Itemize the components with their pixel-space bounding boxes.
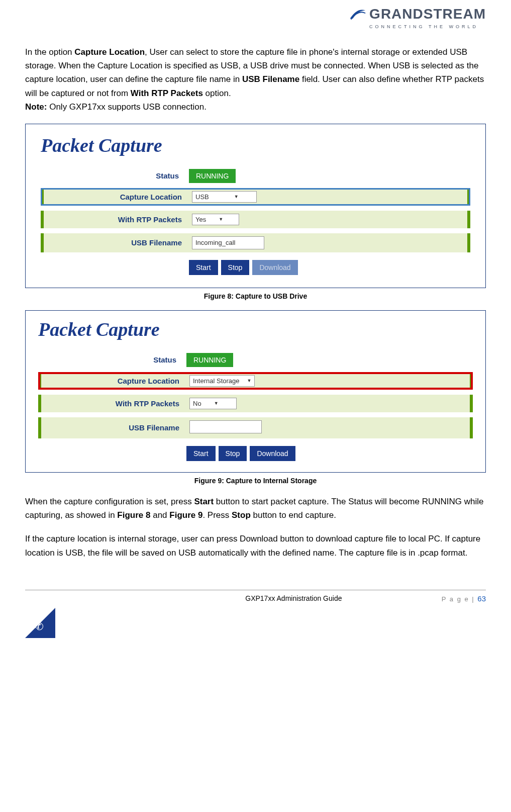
- start-button-9[interactable]: Start: [186, 446, 216, 461]
- rtp-select-8[interactable]: Yes ▼: [192, 214, 239, 225]
- intro-paragraph: In the option Capture Location, User can…: [25, 45, 486, 114]
- chevron-down-icon: ▼: [247, 378, 252, 383]
- rtp-label-9: With RTP Packets: [41, 399, 189, 408]
- figure-8-caption: Figure 8: Capture to USB Drive: [25, 292, 486, 300]
- status-label-8: Status: [41, 171, 189, 180]
- outro-paragraph-1: When the capture configuration is set, p…: [25, 495, 486, 522]
- capture-location-row-8: Capture Location USB ▼: [41, 188, 470, 206]
- figure-8: Packet Capture Status RUNNING Capture Lo…: [25, 124, 486, 288]
- packet-capture-title-9: Packet Capture: [38, 318, 473, 340]
- brand-tagline: CONNECTING THE WORLD: [348, 24, 486, 29]
- brand-name: GRANDSTREAM: [369, 6, 486, 22]
- page-footer: GXP17xx Administration Guide P a g e | 6…: [25, 590, 486, 603]
- chevron-down-icon: ▼: [234, 194, 239, 199]
- status-badge-8: RUNNING: [189, 169, 236, 183]
- download-button-9[interactable]: Download: [250, 446, 295, 461]
- capture-location-select-8[interactable]: USB ▼: [192, 191, 257, 203]
- packet-capture-title-8: Packet Capture: [41, 134, 470, 156]
- download-button-8[interactable]: Download: [252, 260, 297, 275]
- figure-9: Packet Capture Status RUNNING Capture Lo…: [25, 310, 486, 473]
- button-row-9: Start Stop Download: [38, 446, 473, 461]
- usb-filename-row-9: USB Filename: [38, 417, 473, 438]
- button-row-8: Start Stop Download: [41, 260, 470, 275]
- capture-location-select-9[interactable]: Internal Storage ▼: [189, 375, 255, 387]
- header-logo: GRANDSTREAM CONNECTING THE WORLD: [25, 0, 486, 45]
- corner-page-flip-icon: ✆: [25, 608, 55, 638]
- footer-page-number: P a g e | 63: [442, 594, 486, 603]
- usb-filename-row-8: USB Filename Incoming_call: [41, 233, 470, 252]
- capture-location-label-8: Capture Location: [44, 193, 192, 201]
- stop-button-9[interactable]: Stop: [219, 446, 247, 461]
- logo-swoosh-icon: [348, 5, 366, 23]
- status-row-9: Status RUNNING: [38, 353, 473, 367]
- capture-location-label-9: Capture Location: [41, 377, 189, 385]
- status-label-9: Status: [38, 355, 186, 364]
- chevron-down-icon: ▼: [219, 217, 223, 222]
- footer-guide-name: GXP17xx Administration Guide: [85, 594, 442, 602]
- usb-filename-label-9: USB Filename: [41, 423, 189, 432]
- status-badge-9: RUNNING: [186, 353, 233, 367]
- phone-icon: ✆: [35, 620, 44, 633]
- stop-button-8[interactable]: Stop: [221, 260, 250, 275]
- figure-9-caption: Figure 9: Capture to Internal Storage: [25, 477, 486, 485]
- usb-filename-label-8: USB Filename: [44, 238, 192, 247]
- start-button-8[interactable]: Start: [189, 260, 218, 275]
- rtp-select-9[interactable]: No ▼: [189, 398, 237, 409]
- outro-paragraph-2: If the capture location is internal stor…: [25, 532, 486, 559]
- chevron-down-icon: ▼: [214, 401, 219, 406]
- capture-location-row-9: Capture Location Internal Storage ▼: [38, 372, 473, 390]
- usb-filename-input-8[interactable]: Incoming_call: [192, 236, 264, 249]
- rtp-label-8: With RTP Packets: [44, 215, 192, 224]
- rtp-row-9: With RTP Packets No ▼: [38, 395, 473, 412]
- status-row-8: Status RUNNING: [41, 169, 470, 183]
- rtp-row-8: With RTP Packets Yes ▼: [41, 211, 470, 228]
- usb-filename-input-9[interactable]: [189, 420, 262, 433]
